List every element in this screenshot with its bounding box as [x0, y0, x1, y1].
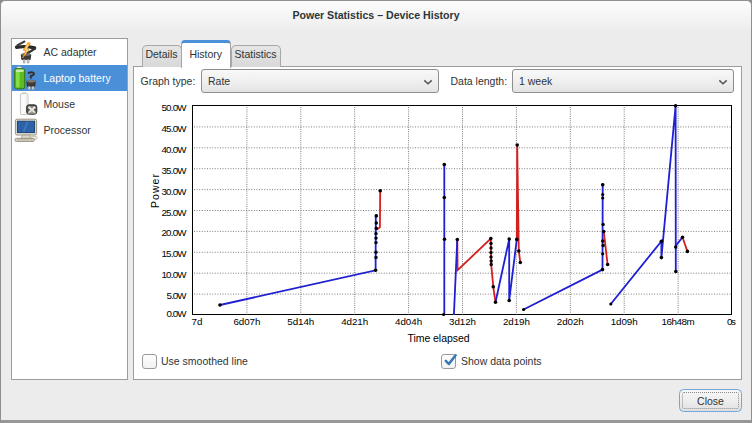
svg-text:30.0W: 30.0W — [162, 186, 188, 197]
svg-text:4d04h: 4d04h — [395, 316, 422, 327]
svg-text:40.0W: 40.0W — [162, 144, 188, 155]
svg-text:2d02h: 2d02h — [557, 316, 584, 327]
svg-text:25.0W: 25.0W — [162, 207, 188, 218]
svg-text:5.0W: 5.0W — [167, 290, 188, 301]
svg-text:45.0W: 45.0W — [162, 123, 188, 134]
svg-text:35.0W: 35.0W — [162, 165, 188, 176]
svg-text:15.0W: 15.0W — [162, 248, 188, 259]
svg-text:0s: 0s — [727, 316, 736, 327]
svg-text:7d: 7d — [192, 316, 203, 327]
svg-text:3d12h: 3d12h — [449, 316, 476, 327]
svg-text:Time elapsed: Time elapsed — [408, 332, 470, 344]
svg-text:16h48m: 16h48m — [662, 316, 695, 327]
svg-text:Power: Power — [149, 174, 161, 209]
svg-text:50.0W: 50.0W — [162, 102, 188, 113]
svg-text:5d14h: 5d14h — [287, 316, 314, 327]
svg-text:6d07h: 6d07h — [233, 316, 260, 327]
svg-text:1d09h: 1d09h — [611, 316, 638, 327]
svg-text:10.0W: 10.0W — [162, 269, 188, 280]
svg-text:4d21h: 4d21h — [341, 316, 368, 327]
svg-text:2d19h: 2d19h — [503, 316, 530, 327]
svg-text:20.0W: 20.0W — [162, 227, 188, 238]
svg-text:0.0W: 0.0W — [167, 308, 188, 319]
